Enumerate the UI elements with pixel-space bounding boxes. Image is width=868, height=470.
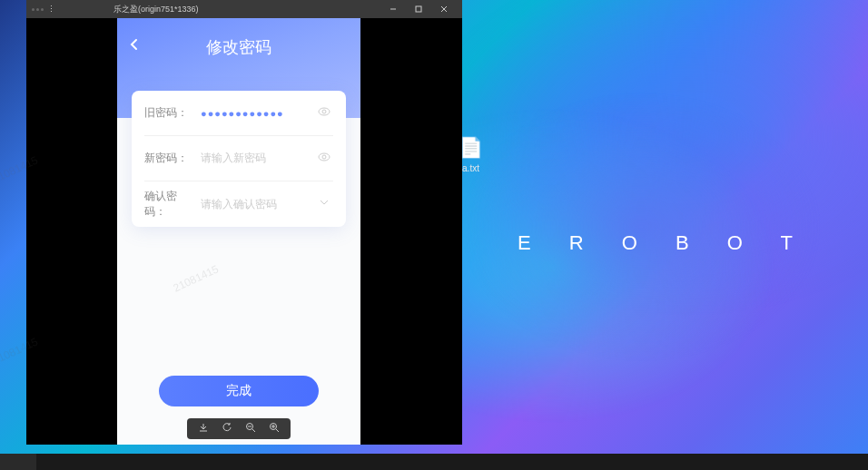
- chevron-down-icon[interactable]: [315, 196, 333, 212]
- password-form-card: 旧密码： ●●●●●●●●●●●● 新密码： 请输入新密码: [132, 91, 346, 227]
- confirm-password-placeholder[interactable]: 请输入确认密码: [201, 197, 310, 212]
- svg-point-4: [319, 108, 330, 115]
- confirm-password-label: 确认密码：: [144, 189, 195, 220]
- svg-point-5: [322, 110, 326, 113]
- minimize-button[interactable]: [380, 0, 406, 18]
- submit-button[interactable]: 完成: [159, 376, 319, 406]
- old-password-value[interactable]: ●●●●●●●●●●●●: [201, 108, 310, 119]
- desktop-background: E R O B O T 📄 a.txt ⋮ 乐之盈(origin751*1336…: [0, 0, 868, 470]
- submit-label: 完成: [226, 383, 252, 399]
- emulator-body: 修改密码 旧密码： ●●●●●●●●●●●● 新密码： 请输入新密码: [26, 18, 462, 445]
- svg-rect-1: [416, 6, 421, 12]
- emulator-right-bar: [360, 18, 451, 445]
- zoom-out-icon[interactable]: [243, 422, 258, 436]
- taskbar-item[interactable]: [0, 454, 36, 470]
- svg-point-6: [319, 153, 330, 161]
- zoom-in-icon[interactable]: [267, 422, 281, 436]
- eye-icon[interactable]: [315, 150, 333, 168]
- watermark: 21081415: [172, 262, 221, 294]
- close-button[interactable]: [431, 0, 457, 18]
- svg-point-7: [322, 155, 326, 159]
- taskbar[interactable]: [0, 454, 868, 470]
- back-button[interactable]: [128, 36, 141, 55]
- refresh-icon[interactable]: [220, 422, 234, 436]
- titlebar-left: ⋮ 乐之盈(origin751*1336): [32, 4, 199, 15]
- wifi-icon: ⋮: [47, 5, 55, 14]
- window-titlebar[interactable]: ⋮ 乐之盈(origin751*1336): [26, 0, 462, 18]
- bg-wave: [459, 91, 823, 363]
- new-password-label: 新密码：: [144, 151, 195, 166]
- old-password-label: 旧密码：: [144, 105, 195, 121]
- page-title: 修改密码: [117, 36, 360, 58]
- phone-screen: 修改密码 旧密码： ●●●●●●●●●●●● 新密码： 请输入新密码: [117, 18, 360, 445]
- emulator-toolbar: [187, 418, 291, 439]
- svg-line-9: [252, 429, 255, 432]
- titlebar-dots: [32, 8, 44, 11]
- desktop-file-icon[interactable]: 📄 a.txt: [459, 136, 483, 173]
- download-icon[interactable]: [196, 422, 211, 436]
- confirm-password-row[interactable]: 确认密码： 请输入确认密码: [144, 181, 333, 227]
- file-label: a.txt: [459, 163, 483, 173]
- file-icon: 📄: [459, 136, 483, 160]
- window-title: 乐之盈(origin751*1336): [113, 4, 199, 15]
- old-password-row[interactable]: 旧密码： ●●●●●●●●●●●●: [144, 91, 333, 136]
- svg-line-12: [276, 429, 279, 432]
- brand-text: E R O B O T: [518, 231, 809, 255]
- emulator-left-bar: [26, 18, 117, 445]
- new-password-placeholder[interactable]: 请输入新密码: [201, 151, 310, 166]
- eye-icon[interactable]: [315, 104, 333, 122]
- emulator-window: ⋮ 乐之盈(origin751*1336): [26, 0, 462, 445]
- window-controls: [380, 0, 457, 18]
- new-password-row[interactable]: 新密码： 请输入新密码: [144, 136, 333, 181]
- maximize-button[interactable]: [406, 0, 431, 18]
